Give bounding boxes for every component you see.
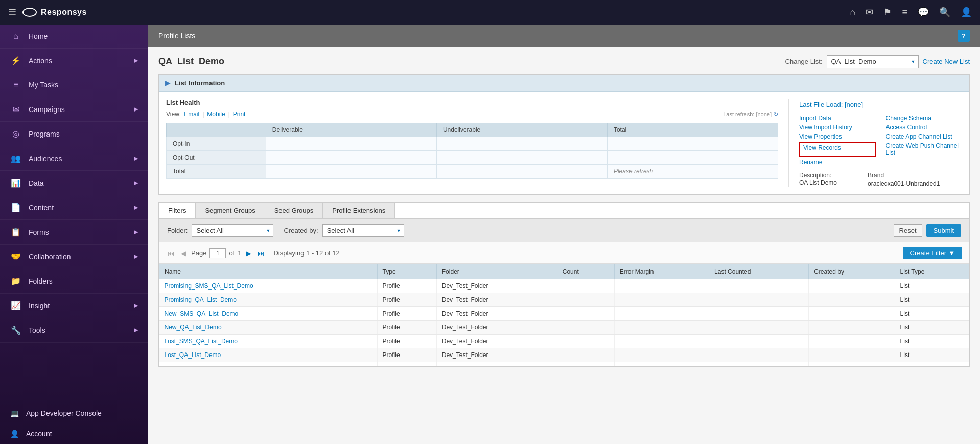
table-row: Opt-Out	[167, 151, 778, 165]
sidebar-item-programs[interactable]: ◎ Programs	[0, 122, 148, 146]
tab-profile-extensions[interactable]: Profile Extensions	[323, 203, 395, 218]
view-tab-print[interactable]: Print	[233, 110, 246, 118]
change-list-select[interactable]: QA_List_Demo	[827, 55, 919, 68]
filter-name-link[interactable]: Promising_QA_List_Demo	[165, 296, 237, 303]
filter-name-link[interactable]: Lost_SMS_QA_List_Demo	[165, 338, 238, 345]
rename-link[interactable]: Rename	[799, 159, 876, 166]
sidebar-item-my-tasks[interactable]: ≡ My Tasks	[0, 73, 148, 97]
page-input[interactable]	[209, 248, 226, 258]
health-col-header-undeliverable: Undeliverable	[436, 123, 607, 137]
brand-value: oraclecxa001-Unbranded1	[868, 180, 940, 187]
submit-button[interactable]: Submit	[926, 224, 961, 237]
filter-name-link[interactable]: Lost_QA_List_Demo	[165, 351, 221, 359]
sidebar-item-audiences[interactable]: 👥 Audiences ▶	[0, 146, 148, 171]
filter-name-link[interactable]: Champions_SMS_QA_List_Demo	[165, 365, 257, 366]
user-icon[interactable]: 👤	[961, 7, 972, 18]
sidebar-item-label: Content	[29, 204, 127, 212]
hamburger-icon[interactable]: ☰	[8, 7, 16, 18]
cell-list-type: List	[895, 362, 969, 367]
refresh-icon[interactable]: ↻	[774, 111, 778, 118]
tab-seed-groups[interactable]: Seed Groups	[265, 203, 323, 218]
cell-type: Profile	[377, 307, 436, 321]
first-page-button[interactable]: ⏮	[166, 249, 176, 257]
filter-name-link[interactable]: Promising_SMS_QA_List_Demo	[165, 282, 253, 290]
chevron-right-icon: ▶	[134, 180, 138, 186]
sidebar-item-app-developer[interactable]: 💻 App Developer Console	[0, 403, 148, 424]
tab-filters[interactable]: Filters	[159, 203, 196, 218]
import-data-link[interactable]: Import Data	[799, 115, 876, 122]
cell-created-by	[809, 293, 895, 307]
content-icon: 📄	[10, 203, 21, 212]
sidebar-item-tools[interactable]: 🔧 Tools ▶	[0, 318, 148, 343]
cell-created-by	[809, 307, 895, 321]
chevron-right-icon: ▶	[134, 155, 138, 162]
tab-segment-groups[interactable]: Segment Groups	[196, 203, 265, 218]
cell-error-margin	[614, 348, 709, 362]
last-page-button[interactable]: ⏭	[256, 249, 266, 257]
campaigns-icon[interactable]: ⚑	[883, 7, 892, 18]
prev-page-button[interactable]: ◀	[179, 249, 188, 257]
filter-name-link[interactable]: New_SMS_QA_List_Demo	[165, 310, 239, 317]
cell-name: New_QA_List_Demo	[159, 321, 378, 335]
app-name: Responsys	[41, 8, 87, 17]
cell-name: Lost_QA_List_Demo	[159, 348, 378, 362]
folder-label: Folder:	[167, 227, 188, 234]
sidebar-item-account[interactable]: 👤 Account	[0, 424, 148, 444]
sidebar-item-content[interactable]: 📄 Content ▶	[0, 195, 148, 220]
help-button[interactable]: ?	[958, 30, 970, 42]
cell-type: Profile	[377, 293, 436, 307]
sidebar-item-label: My Tasks	[29, 81, 138, 89]
view-import-history-link[interactable]: View Import History	[799, 124, 876, 131]
folder-select[interactable]: Select All	[192, 224, 273, 237]
sidebar-item-label: Actions	[29, 57, 127, 65]
chevron-right-icon: ▶	[134, 229, 138, 235]
email-icon[interactable]: ✉	[866, 7, 873, 18]
view-properties-link[interactable]: View Properties	[799, 133, 876, 140]
create-web-push-link[interactable]: Create Web Push Channel List	[886, 142, 963, 157]
reset-button[interactable]: Reset	[894, 224, 922, 237]
last-file-load-value: [none]	[845, 101, 863, 108]
view-tab-email[interactable]: Email	[184, 110, 199, 118]
page-content: QA_List_Demo Change List: QA_List_Demo C…	[148, 47, 980, 444]
cell-type: Profile	[377, 362, 436, 367]
sidebar-item-folders[interactable]: 📁 Folders	[0, 269, 148, 294]
next-page-button[interactable]: ▶	[244, 249, 253, 257]
sidebar-item-label: Forms	[29, 228, 127, 236]
cell-last-counted	[709, 321, 809, 335]
dropdown-arrow-icon: ▼	[948, 249, 955, 257]
cell-optin-deliverable	[266, 137, 436, 151]
create-filter-button[interactable]: Create Filter ▼	[903, 247, 962, 259]
home-icon[interactable]: ⌂	[850, 7, 856, 18]
sidebar-item-insight[interactable]: 📈 Insight ▶	[0, 294, 148, 318]
sidebar-item-actions[interactable]: ⚡ Actions ▶	[0, 49, 148, 73]
filter-name-link[interactable]: New_QA_List_Demo	[165, 324, 222, 331]
top-nav-right: ⌂ ✉ ⚑ ≡ 💬 🔍 👤	[850, 7, 972, 18]
created-by-select[interactable]: Select All	[322, 224, 404, 237]
filter-controls-right: Reset Submit	[894, 224, 961, 237]
cell-optin-undeliverable	[436, 137, 607, 151]
view-records-link[interactable]: View Records	[799, 142, 876, 157]
health-table: Deliverable Undeliverable Total Opt-In	[166, 123, 778, 179]
cell-list-type: List	[895, 321, 969, 335]
sidebar-item-forms[interactable]: 📋 Forms ▶	[0, 220, 148, 245]
campaigns-icon: ✉	[10, 104, 21, 114]
cell-type: Profile	[377, 321, 436, 335]
view-tab-mobile[interactable]: Mobile	[207, 110, 225, 118]
create-new-list-link[interactable]: Create New List	[923, 58, 970, 65]
change-list-select-wrapper: QA_List_Demo	[827, 55, 919, 68]
cell-name: Promising_QA_List_Demo	[159, 293, 378, 307]
sidebar-item-home[interactable]: ⌂ Home	[0, 25, 148, 49]
table-row: Total Please refresh	[167, 165, 778, 179]
search-icon[interactable]: 🔍	[939, 7, 950, 18]
chat-icon[interactable]: 💬	[918, 7, 929, 18]
sidebar-item-label: Programs	[29, 130, 138, 138]
cell-folder: Dev_Test_Folder	[436, 362, 557, 367]
create-app-channel-link[interactable]: Create App Channel List	[886, 133, 963, 140]
sidebar-item-campaigns[interactable]: ✉ Campaigns ▶	[0, 97, 148, 122]
view-tabs: View: Email | Mobile | Print Last refres…	[166, 110, 778, 118]
sidebar-item-data[interactable]: 📊 Data ▶	[0, 171, 148, 195]
access-control-link[interactable]: Access Control	[886, 124, 963, 131]
sidebar-item-collaboration[interactable]: 🤝 Collaboration ▶	[0, 245, 148, 269]
change-schema-link[interactable]: Change Schema	[886, 115, 963, 122]
tasks-icon[interactable]: ≡	[902, 7, 907, 18]
